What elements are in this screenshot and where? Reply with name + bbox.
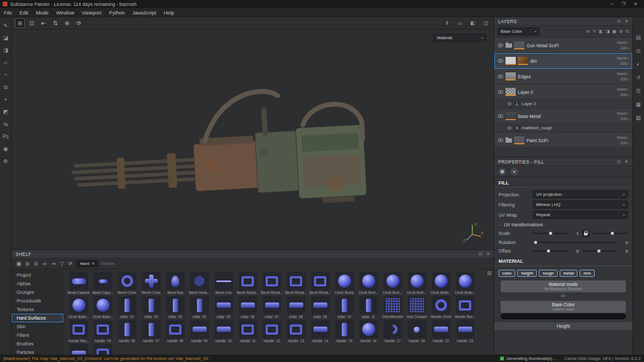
shelf-item[interactable]: edge_02 [140,296,163,319]
menu-item[interactable]: Window [52,8,78,17]
dock-icon[interactable]: ▦ [634,100,643,108]
shelf-item[interactable]: Bevel Circle [115,272,138,294]
layer-effect-row[interactable]: Layer 2 [494,100,632,108]
channel-toggle-button[interactable]: metal [560,270,578,277]
rotation-value[interactable]: 0 [620,240,628,245]
layer-thumbnail[interactable] [514,136,524,144]
toolbar-icon[interactable]: ◫ [481,18,491,28]
scale-lock-icon[interactable] [582,230,590,237]
shelf-item[interactable]: Circle Butto... [429,272,452,294]
layer-thumbnail[interactable] [506,112,516,120]
shelf-item[interactable]: handle_15 [333,320,356,343]
shelf-item[interactable]: handle_11 [236,320,259,343]
toolbar-icon[interactable]: ⊕ [62,18,72,28]
toolbar-icon[interactable]: ⊞ [15,18,25,28]
channel-toggle-button[interactable]: height [517,270,537,277]
tool-icon[interactable]: ⇆ [2,120,10,128]
layers-toolbar-icon[interactable]: ◨ [605,29,610,34]
layer-thumbnail[interactable] [514,41,524,49]
layer-opacity-dropdown[interactable]: 100 [620,46,629,50]
visibility-eye-icon[interactable] [497,74,503,79]
shelf-item[interactable]: Bevel Recta... [284,272,308,294]
shelf-item[interactable]: handle_17 [381,320,404,343]
offset-x-slider[interactable] [533,248,568,254]
shelf-item[interactable]: Bevel Egg [164,272,187,294]
shelf-item[interactable]: handle_23 [453,320,477,343]
toolbar-icon[interactable]: ⊡ [27,18,36,28]
shelf-item[interactable]: Bevel Caps... [91,272,114,294]
layer-row[interactable]: Edges Norm 100 [494,69,632,84]
shelf-toolbar-icon[interactable]: ▽ [58,261,65,267]
close-panel-icon[interactable]: ✕ [625,159,628,164]
layer-row[interactable]: Layer 2 Norm 100 [494,84,632,100]
offset-y-value[interactable]: 0 [620,249,628,254]
scale-value[interactable]: 1 [572,231,579,236]
menu-item[interactable]: Help [160,8,178,17]
toolbar-icon[interactable]: ⇅ [50,18,60,28]
shelf-item[interactable]: edge_06 [236,296,259,319]
shelf-item[interactable]: Handle Rec... [453,296,477,319]
shelf-category[interactable]: Skin [12,322,63,331]
shelf-item[interactable]: handle_10 [212,320,235,343]
layer-thumbnail[interactable] [506,72,516,80]
effect-name[interactable]: Layer 2 [522,101,536,106]
menu-item[interactable]: File [0,8,16,17]
shelf-item[interactable]: handle_04 [91,320,114,343]
close-panel-icon[interactable]: ✕ [486,252,490,256]
maximize-button[interactable]: ❐ [618,0,630,8]
layer-opacity-dropdown[interactable]: 100 [620,92,629,97]
shelf-item[interactable]: Bevel Recta... [236,272,259,294]
layers-toolbar-icon[interactable]: fx [587,29,590,34]
tool-icon[interactable]: ⚙ [2,157,10,165]
layer-blend-dropdown[interactable]: Norm [617,56,629,61]
layer-name[interactable]: dirt [530,58,615,64]
filter-tag-close-icon[interactable]: ✕ [91,261,95,266]
viewport-material-dropdown[interactable]: Material [434,34,486,42]
scale-y-slider[interactable] [593,230,628,237]
offset-x-value[interactable]: 0 [572,249,579,254]
undock-panel-icon[interactable]: ⊡ [479,252,482,256]
shelf-item[interactable]: edge_10 [333,296,356,319]
filter-tag-hard[interactable]: Hard ✕ [77,260,98,267]
shelf-item[interactable]: Circle Bum... [381,272,404,294]
shelf-item[interactable]: Circle Butto... [67,296,90,319]
layers-toolbar-icon[interactable]: ✎ [592,29,596,34]
shelf-toolbar-icon[interactable]: ⇥ [49,261,57,267]
shelf-category[interactable]: Procedurals [12,297,63,305]
shelf-item[interactable]: Grid Alternate [381,296,404,319]
layer-row[interactable]: Gun Metal SciFi Norm 100 [494,38,632,53]
tool-icon[interactable]: Ps [2,132,10,141]
visibility-eye-icon[interactable] [497,138,503,143]
layer-thumbnail[interactable] [506,88,516,96]
dock-icon[interactable]: ☰ [634,87,643,95]
toolbar-icon[interactable]: ⇤ [39,18,48,28]
shelf-item[interactable]: Handle Circle [429,296,452,319]
shelf-item[interactable]: edge_05 [212,296,235,319]
shelf-item[interactable]: edge_01 [115,296,138,319]
shelf-item[interactable]: edge_11 [357,296,380,319]
layers-toolbar-icon[interactable]: ◧ [599,29,603,34]
dock-icon[interactable]: ▤ [634,33,643,41]
tool-icon[interactable]: ⧉ [2,83,10,91]
shelf-item[interactable]: Circle Butto... [453,272,477,294]
uv-wrap-dropdown[interactable]: Repeat [533,211,628,219]
toolbar-icon[interactable]: ▭ [455,18,465,28]
shelf-item[interactable]: Bevel Cross [140,272,163,294]
material-properties-tab-icon[interactable]: ▦ [499,168,506,175]
shelf-category[interactable]: Alphas [12,279,63,288]
toolbar-icon[interactable]: ‖ [442,18,452,28]
layer-blend-dropdown[interactable]: Norm [617,40,629,45]
tool-icon[interactable]: ▱ [2,58,10,67]
layer-blend-dropdown[interactable]: Norm [617,87,629,92]
tool-icon[interactable]: + [2,95,10,104]
shelf-toolbar-icon[interactable]: ⧉ [24,261,31,267]
effect-name[interactable]: matfinish_rough [522,125,552,130]
channel-toggle-button[interactable]: nrm [580,270,595,277]
visibility-eye-icon[interactable] [497,114,503,119]
tool-icon[interactable]: ✎ [2,21,10,29]
menu-item[interactable]: Viewport [78,8,105,17]
base-color-button[interactable]: Base Color uniform color [501,301,626,313]
offset-y-slider[interactable] [582,248,618,254]
shelf-item[interactable]: handle_09 [188,320,211,343]
tool-icon[interactable]: ◨ [2,46,10,54]
